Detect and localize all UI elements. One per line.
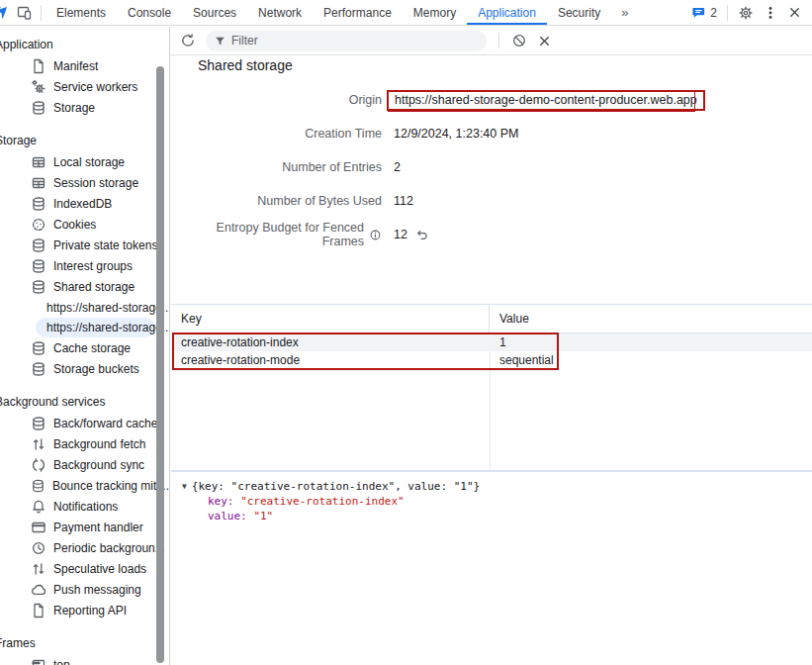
sidebar-item-speculative-loads[interactable]: Speculative loads (0, 558, 169, 579)
entry-preview-pane: ▼ {key: "creative-rotation-index", value… (171, 474, 812, 665)
field-row-entropy-budget: Entropy Budget for Fenced Frames 12 (171, 218, 812, 251)
database-icon (31, 478, 45, 494)
sidebar-item-label: Speculative loads (53, 562, 146, 576)
shared-storage-toolbar (171, 27, 812, 55)
kebab-menu-icon[interactable] (764, 5, 777, 21)
preview-summary-line[interactable]: ▼ {key: "creative-rotation-index", value… (182, 479, 812, 494)
bytes-used-value: 112 (394, 194, 413, 208)
sidebar-scrollbar[interactable] (156, 66, 164, 663)
refresh-icon[interactable] (180, 33, 196, 48)
application-sidebar: Application Manifest Service workers Sto… (0, 27, 170, 665)
sidebar-item-storage-buckets[interactable]: Storage buckets (0, 358, 169, 379)
sidebar-item-bounce-tracking[interactable]: Bounce tracking miti... (0, 475, 169, 496)
column-header-key[interactable]: Key (171, 305, 490, 332)
file-icon (31, 58, 46, 74)
database-icon (31, 196, 46, 212)
sidebar-item-notifications[interactable]: Notifications (0, 496, 169, 517)
cloud-icon (31, 582, 46, 598)
creation-time-value: 12/9/2024, 1:23:40 PM (394, 127, 518, 141)
issues-counter[interactable]: 2 (691, 5, 717, 20)
sidebar-item-periodic-background-sync[interactable]: Periodic backgroun... (0, 537, 169, 558)
info-icon[interactable] (369, 229, 382, 241)
sidebar-item-label: Reporting API (53, 604, 127, 618)
sidebar-item-label: Bounce tracking miti... (52, 479, 169, 493)
cell-key: creative-rotation-index (171, 335, 490, 349)
sidebar-item-label: Back/forward cache (53, 417, 157, 430)
sidebar-item-service-workers[interactable]: Service workers (0, 76, 169, 97)
sidebar-item-label: Storage buckets (53, 362, 139, 376)
tab-application[interactable]: Application (467, 0, 547, 25)
field-label: Entropy Budget for Fenced Frames (171, 221, 382, 248)
sidebar-item-indexeddb[interactable]: IndexedDB (0, 193, 169, 214)
tab-security[interactable]: Security (547, 0, 611, 25)
field-label: Origin (171, 93, 382, 107)
sidebar-item-storage[interactable]: Storage (0, 97, 169, 118)
settings-gear-icon[interactable] (738, 5, 754, 21)
inspect-element-icon[interactable] (0, 5, 9, 21)
funnel-icon (214, 35, 226, 48)
tab-memory[interactable]: Memory (403, 0, 467, 25)
column-header-value[interactable]: Value (490, 312, 529, 326)
sidebar-item-background-sync[interactable]: Background sync (0, 454, 169, 475)
table-grid-icon (31, 175, 46, 191)
sidebar-item-label: Local storage (53, 155, 125, 169)
grid-header-row: Key Value (171, 305, 812, 333)
property-value: "creative-rotation-index" (240, 495, 405, 508)
entries-count-value: 2 (394, 160, 401, 174)
more-tabs-button[interactable]: » (611, 0, 638, 25)
section-title-frames: Frames (0, 632, 169, 652)
sidebar-item-shared-storage[interactable]: Shared storage (0, 276, 169, 297)
sidebar-item-cache-storage[interactable]: Cache storage (0, 337, 169, 358)
sidebar-item-background-fetch[interactable]: Background fetch (0, 433, 169, 454)
clear-all-icon[interactable] (511, 33, 527, 48)
tab-elements[interactable]: Elements (45, 0, 117, 25)
sidebar-item-payment-handler[interactable]: Payment handler (0, 517, 169, 537)
reset-undo-icon[interactable] (415, 228, 429, 241)
tab-sources[interactable]: Sources (182, 0, 247, 25)
issues-bubble-icon (691, 5, 706, 20)
up-down-arrows-icon (31, 561, 46, 577)
sidebar-item-reporting-api[interactable]: Reporting API (0, 600, 169, 620)
sidebar-item-push-messaging[interactable]: Push messaging (0, 579, 169, 600)
tab-performance[interactable]: Performance (313, 0, 403, 25)
delete-selected-icon[interactable] (537, 34, 552, 48)
close-devtools-icon[interactable] (787, 5, 802, 20)
up-down-arrows-icon (31, 436, 46, 452)
sidebar-item-interest-groups[interactable]: Interest groups (0, 255, 169, 276)
field-row-number-of-entries: Number of Entries 2 (171, 150, 812, 184)
cell-key: creative-rotation-mode (171, 353, 490, 367)
service-worker-gear-icon (31, 79, 46, 95)
file-icon (31, 603, 46, 618)
expander-triangle-icon[interactable]: ▼ (182, 479, 187, 494)
bell-icon (31, 499, 46, 515)
sidebar-item-top-frame[interactable]: top (0, 654, 169, 665)
database-icon (31, 100, 46, 116)
grid-body: creative-rotation-index 1 creative-rotat… (171, 333, 812, 470)
shared-storage-metadata: Origin https://shared-storage-demo-conte… (171, 83, 812, 251)
property-name: key: (208, 495, 234, 508)
tab-console[interactable]: Console (117, 0, 182, 25)
table-row[interactable]: creative-rotation-mode sequential (171, 351, 812, 369)
sidebar-item-cookies[interactable]: Cookies (0, 214, 169, 235)
sync-arrows-icon (31, 457, 46, 473)
tab-network[interactable]: Network (247, 0, 313, 25)
frame-icon (31, 657, 46, 665)
sidebar-item-shared-storage-origin-2[interactable]: https://shared-storage... (36, 318, 155, 337)
sidebar-item-local-storage[interactable]: Local storage (0, 151, 169, 172)
filter-input[interactable] (231, 34, 459, 48)
sidebar-item-manifest[interactable]: Manifest (0, 55, 169, 76)
filter-input-pill[interactable] (206, 31, 487, 51)
sidebar-item-private-state-tokens[interactable]: Private state tokens (0, 235, 169, 255)
preview-property-value: value: "1" (182, 509, 812, 523)
page-title: Shared storage (198, 57, 293, 73)
sidebar-item-session-storage[interactable]: Session storage (0, 172, 169, 193)
field-label: Number of Bytes Used (171, 194, 382, 208)
sidebar-item-back-forward-cache[interactable]: Back/forward cache (0, 413, 169, 433)
field-label-text: Entropy Budget for Fenced Frames (171, 221, 364, 248)
database-icon (31, 340, 46, 356)
sidebar-item-shared-storage-origin-1[interactable]: https://shared-storage... (0, 297, 169, 318)
database-icon (31, 258, 46, 274)
table-row[interactable]: creative-rotation-index 1 (171, 333, 812, 351)
property-value: "1" (253, 510, 273, 522)
device-toolbar-icon[interactable] (17, 5, 33, 21)
